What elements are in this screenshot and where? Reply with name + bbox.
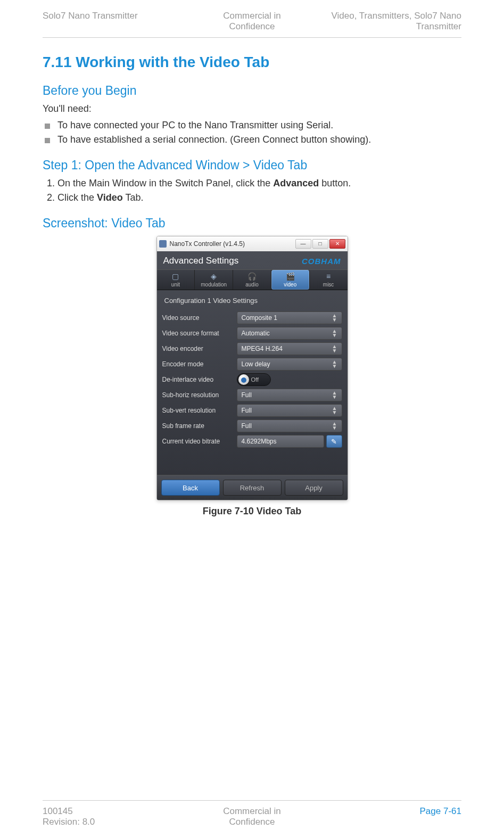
window-title: NanoTx Controller (v1.4.5) — [170, 240, 294, 248]
video-encoder-select[interactable]: MPEG4 H.264 ▲▼ — [237, 342, 342, 355]
select-value: Composite 1 — [242, 314, 277, 322]
tab-label: misc — [323, 282, 334, 287]
sub-frame-select[interactable]: Full ▲▼ — [237, 420, 342, 432]
updown-icon: ▲▼ — [332, 344, 337, 353]
minimize-button[interactable]: — — [295, 239, 311, 249]
figure-caption: Figure 7-10 Video Tab — [43, 506, 461, 517]
text: Tab. — [123, 192, 144, 203]
tab-audio[interactable]: 🎧 audio — [233, 270, 271, 290]
row-video-source: Video source Composite 1 ▲▼ — [162, 311, 342, 324]
section-number: 7.11 — [43, 54, 72, 70]
tab-misc[interactable]: ≡ misc — [310, 270, 348, 290]
header-right: Video, Transmitters, Solo7 Nano Transmit… — [322, 11, 461, 32]
misc-icon: ≡ — [323, 272, 334, 281]
video-source-select[interactable]: Composite 1 ▲▼ — [237, 311, 342, 324]
deinterlace-toggle[interactable]: Off — [237, 373, 271, 386]
updown-icon: ▲▼ — [332, 406, 337, 415]
footer-left-1: 100145 — [43, 806, 73, 816]
before-list: To have connected your PC to the Nano Tr… — [43, 120, 461, 145]
updown-icon: ▲▼ — [332, 360, 337, 368]
refresh-button[interactable]: Refresh — [223, 480, 282, 496]
screenshot-heading: Screenshot: Video Tab — [43, 216, 461, 231]
row-sub-vert: Sub-vert resolution Full ▲▼ — [162, 404, 342, 417]
header-mid-1: Commercial in — [223, 11, 281, 21]
select-value: Full — [242, 422, 252, 430]
toggle-knob-dot — [241, 377, 246, 383]
row-deinterlace: De-interlace video Off — [162, 373, 342, 386]
text: Click the — [57, 192, 97, 203]
tab-modulation[interactable]: ◈ modulation — [195, 270, 233, 290]
bold: Advanced — [273, 178, 319, 188]
sub-horiz-select[interactable]: Full ▲▼ — [237, 389, 342, 401]
encoder-mode-select[interactable]: Low delay ▲▼ — [237, 358, 342, 371]
footer-left: 100145 Revision: 8.0 — [43, 806, 182, 827]
header-mid: Commercial in Confidence — [182, 11, 321, 32]
bitrate-value: 4.6292Mbps — [242, 438, 277, 445]
updown-icon: ▲▼ — [332, 314, 337, 322]
before-heading: Before you Begin — [43, 84, 461, 98]
updown-icon: ▲▼ — [332, 422, 337, 430]
section-heading: Working with the Video Tab — [76, 54, 269, 70]
row-video-source-format: Video source format Automatic ▲▼ — [162, 327, 342, 340]
video-source-format-select[interactable]: Automatic ▲▼ — [237, 327, 342, 340]
label: Video encoder — [162, 345, 237, 352]
footer-mid-1: Commercial in — [223, 806, 281, 816]
list-item: To have established a serial connection.… — [43, 134, 461, 145]
label: Sub-vert resolution — [162, 407, 237, 414]
row-bitrate: Current video bitrate 4.6292Mbps ✎ — [162, 435, 342, 448]
audio-icon: 🎧 — [246, 272, 257, 281]
toggle-state: Off — [251, 376, 259, 383]
page-footer: 100145 Revision: 8.0 Commercial in Confi… — [43, 800, 461, 827]
select-value: MPEG4 H.264 — [242, 345, 283, 352]
app-screenshot: NanoTx Controller (v1.4.5) — □ ✕ Advance… — [43, 236, 461, 500]
tab-label: audio — [245, 282, 258, 287]
minimize-icon: — — [301, 241, 306, 247]
apply-button[interactable]: Apply — [285, 480, 343, 496]
sub-vert-select[interactable]: Full ▲▼ — [237, 404, 342, 417]
label: Sub frame rate — [162, 422, 237, 430]
btn-label: Apply — [305, 484, 323, 492]
panel-title: Configuration 1 Video Settings — [157, 290, 348, 309]
list-item: To have connected your PC to the Nano Tr… — [43, 120, 461, 131]
back-button[interactable]: Back — [161, 480, 220, 496]
updown-icon: ▲▼ — [332, 329, 337, 338]
step1-list: On the Main Window in the Switch Panel, … — [43, 178, 461, 203]
video-icon: 🎬 — [285, 272, 295, 281]
modulation-icon: ◈ — [209, 272, 219, 281]
tab-label: video — [284, 282, 296, 287]
row-sub-frame: Sub frame rate Full ▲▼ — [162, 420, 342, 432]
brand-logo: COBHAM — [302, 257, 341, 266]
select-value: Full — [242, 407, 252, 414]
titlebar: NanoTx Controller (v1.4.5) — □ ✕ — [157, 236, 348, 251]
maximize-icon: □ — [318, 241, 321, 247]
close-button[interactable]: ✕ — [329, 239, 345, 249]
row-sub-horiz: Sub-horiz resolution Full ▲▼ — [162, 389, 342, 401]
header-mid-2: Confidence — [229, 21, 275, 31]
label: Current video bitrate — [162, 438, 237, 445]
btn-label: Refresh — [240, 484, 265, 492]
edit-bitrate-button[interactable]: ✎ — [326, 435, 342, 448]
label: Video source — [162, 314, 237, 322]
settings-panel: Video source Composite 1 ▲▼ Video source… — [157, 311, 348, 454]
btn-label: Back — [183, 484, 198, 492]
header-right-2: Transmitter — [416, 21, 461, 31]
tab-video[interactable]: 🎬 video — [271, 270, 310, 290]
bottom-bar: Back Refresh Apply — [157, 475, 348, 500]
footer-right: Page 7-61 — [322, 806, 461, 827]
label: Video source format — [162, 330, 237, 337]
text: button. — [319, 178, 351, 188]
text: On the Main Window in the Switch Panel, … — [57, 178, 273, 188]
header-left: Solo7 Nano Transmitter — [43, 11, 182, 32]
row-video-encoder: Video encoder MPEG4 H.264 ▲▼ — [162, 342, 342, 355]
page-header: Solo7 Nano Transmitter Commercial in Con… — [43, 11, 461, 38]
tab-unit[interactable]: ▢ unit — [157, 270, 195, 290]
maximize-button[interactable]: □ — [312, 239, 328, 249]
footer-left-2: Revision: 8.0 — [43, 817, 95, 827]
updown-icon: ▲▼ — [332, 391, 337, 399]
app-body: Advanced Settings COBHAM ▢ unit ◈ modula… — [157, 251, 348, 500]
app-icon — [159, 240, 167, 248]
before-lead: You'll need: — [43, 103, 461, 114]
header-right-1: Video, Transmitters, Solo7 Nano — [332, 11, 461, 21]
select-value: Full — [242, 391, 252, 399]
select-value: Automatic — [242, 330, 270, 337]
